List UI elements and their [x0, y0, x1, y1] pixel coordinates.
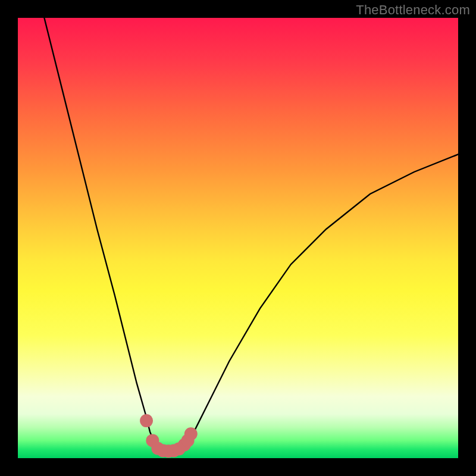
bottleneck-curve — [44, 18, 458, 451]
highlight-dot — [184, 427, 198, 440]
outer-frame: TheBottleneck.com — [0, 0, 476, 476]
highlight-dot — [140, 414, 153, 427]
watermark-text: TheBottleneck.com — [356, 2, 470, 18]
chart-plot-area — [18, 18, 458, 458]
chart-svg — [18, 18, 458, 458]
highlight-dots — [140, 414, 198, 458]
